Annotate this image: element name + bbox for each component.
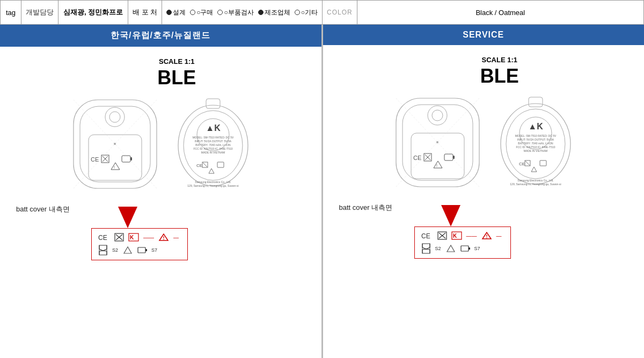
right-device-back: ▲K MODEL: SM-T510 RATED: DC 5V INPUT: 5V… <box>495 93 576 192</box>
left-arrow-container <box>118 207 137 228</box>
svg-rect-83 <box>540 160 546 166</box>
x-box-icon-left <box>114 233 124 242</box>
s7-left: S7 <box>151 247 157 253</box>
left-scale-ble: SCALE 1:1 BLE <box>11 57 311 94</box>
options-cell: 설계 ○구매 ○부품검사 제조업체 ○기타 <box>162 1 323 24</box>
left-panel-header: 한국/유럽/호주/뉴질랜드 <box>0 25 321 47</box>
radio-group: 설계 ○구매 ○부품검사 제조업체 ○기타 <box>166 8 318 17</box>
svg-marker-99 <box>447 245 455 252</box>
svg-text:BATTERY: 7040 mAh, LI-ION: BATTERY: 7040 mAh, LI-ION <box>195 143 231 147</box>
svg-line-81 <box>525 161 530 165</box>
ce-k-icon-right: K <box>451 231 462 240</box>
svg-marker-44 <box>99 245 107 251</box>
left-panel: 한국/유럽/호주/뉴질랜드 SCALE 1:1 BLE <box>0 25 322 358</box>
option-label-seolge: 설계 <box>173 8 186 17</box>
svg-rect-32 <box>217 162 224 167</box>
right-ble-label: BLE <box>480 65 519 87</box>
left-batt-label: batt cover 내측면 <box>16 204 70 214</box>
svg-point-68 <box>436 141 438 143</box>
svg-text:129, Samsung-ro, Yeongtong-gu,: 129, Samsung-ro, Yeongtong-gu, Suwon-si <box>187 184 238 187</box>
svg-marker-31 <box>209 169 214 173</box>
svg-marker-82 <box>531 167 537 172</box>
triangle-small-right <box>445 244 456 253</box>
svg-point-54 <box>432 110 443 121</box>
radio-dot-bupum <box>217 10 223 15</box>
dev-label: 개발담당 <box>26 8 54 17</box>
svg-text:FCC ID: A3LT510 IC: 649E-T510: FCC ID: A3LT510 IC: 649E-T510 <box>193 147 232 150</box>
tag-cell: tag <box>0 1 21 24</box>
right-panel: SERVICE SCALE 1:1 BLE CE <box>323 25 645 358</box>
svg-rect-21 <box>206 99 220 108</box>
option-jeojo: 제조업체 <box>258 8 290 17</box>
color-label: COLOR <box>327 9 353 16</box>
color-label-cell: COLOR <box>323 1 357 24</box>
dash-right-2: — <box>496 233 502 239</box>
dev-names-cell: 심재광, 정민화프로 <box>58 1 128 24</box>
svg-rect-63 <box>453 156 455 159</box>
color-value-cell: Black / Oatmeal <box>357 1 644 24</box>
svg-rect-72 <box>529 97 543 107</box>
battery-icon-left <box>137 246 147 254</box>
right-batt-label: batt cover 내측면 <box>339 203 393 213</box>
left-red-arrow <box>118 207 137 228</box>
option-gumae: ○구매 <box>190 8 213 17</box>
left-device-flat: CE ! <box>68 94 162 194</box>
svg-text:CE: CE <box>519 162 525 166</box>
svg-rect-50 <box>145 249 147 251</box>
left-panel-title: 한국/유럽/호주/뉴질랜드 <box>111 31 210 40</box>
s2-left: S2 <box>112 247 118 253</box>
dist-label: 배 포 처 <box>133 8 157 17</box>
svg-marker-9 <box>111 163 120 170</box>
svg-text:CE: CE <box>91 156 99 163</box>
ce-k-icon-left: K <box>128 233 139 242</box>
option-label-gumae: ○구매 <box>196 8 213 17</box>
dash-right-1: —— <box>466 233 477 239</box>
option-label-jeojo: 제조업체 <box>265 8 290 17</box>
svg-text:MODEL: SM-T510 RATED: DC 5V: MODEL: SM-T510 RATED: DC 5V <box>515 134 557 137</box>
svg-text:INPUT: 5V/2A OUTPUT: 5V/3A: INPUT: 5V/2A OUTPUT: 5V/3A <box>517 138 554 141</box>
ce-icon-left: CE <box>98 233 110 242</box>
svg-text:Samsung Electronics Co., Ltd.: Samsung Electronics Co., Ltd. <box>195 180 231 184</box>
triangle-red-icon-left <box>158 233 169 242</box>
radio-dot-jeojo <box>258 10 264 15</box>
option-gita: ○기타 <box>295 8 318 17</box>
svg-point-94 <box>486 237 487 238</box>
svg-point-3 <box>109 112 120 122</box>
svg-text:!: ! <box>436 164 437 167</box>
svg-text:BATTERY: 7040 mAh, LI-ION: BATTERY: 7040 mAh, LI-ION <box>518 142 554 145</box>
right-scale-ble: SCALE 1:1 BLE <box>334 56 634 93</box>
right-batt-section: batt cover 내측면 CE <box>334 203 634 259</box>
right-icons-box: CE K —— <box>414 227 511 259</box>
left-icons-row-1: CE K —— <box>98 233 181 242</box>
left-icons-box: CE K —— <box>91 228 188 260</box>
svg-rect-11 <box>122 156 130 162</box>
dev-label-cell: 개발담당 <box>21 1 58 24</box>
right-red-arrow <box>441 205 460 227</box>
svg-line-30 <box>203 163 207 167</box>
svg-text:INPUT: 5V/2A OUTPUT: 5V/3A: INPUT: 5V/2A OUTPUT: 5V/3A <box>195 140 232 143</box>
svg-rect-100 <box>461 246 469 251</box>
svg-marker-45 <box>99 251 107 255</box>
left-devices-area: CE ! <box>11 94 311 194</box>
svg-text:!: ! <box>114 165 115 169</box>
svg-text:CE: CE <box>98 234 107 242</box>
svg-text:K: K <box>130 235 134 240</box>
svg-text:CE: CE <box>421 232 430 240</box>
svg-point-2 <box>105 107 125 127</box>
dash-left-2: — <box>173 235 179 240</box>
option-seolge: 설계 <box>166 8 186 17</box>
svg-marker-60 <box>434 161 442 168</box>
svg-text:129, Samsung-ro, Yeongtong-gu,: 129, Samsung-ro, Yeongtong-gu, Suwon-si <box>510 182 561 186</box>
hourglass-icon-right <box>421 243 431 254</box>
hourglass-icon-left <box>98 245 108 255</box>
color-value: Black / Oatmeal <box>475 9 525 17</box>
svg-text:MADE IN VIETNAM: MADE IN VIETNAM <box>524 149 547 152</box>
option-label-bupum: ○부품검사 <box>224 8 253 17</box>
dev-names: 심재광, 정민화프로 <box>63 8 123 17</box>
right-scale-label: SCALE 1:1 <box>482 56 517 64</box>
s7-right: S7 <box>474 246 480 251</box>
right-device-flat: CE ! <box>391 93 485 192</box>
svg-text:CE: CE <box>413 155 421 161</box>
svg-text:Samsung Electronics Co., Ltd.: Samsung Electronics Co., Ltd. <box>518 179 554 182</box>
svg-rect-101 <box>469 247 470 250</box>
